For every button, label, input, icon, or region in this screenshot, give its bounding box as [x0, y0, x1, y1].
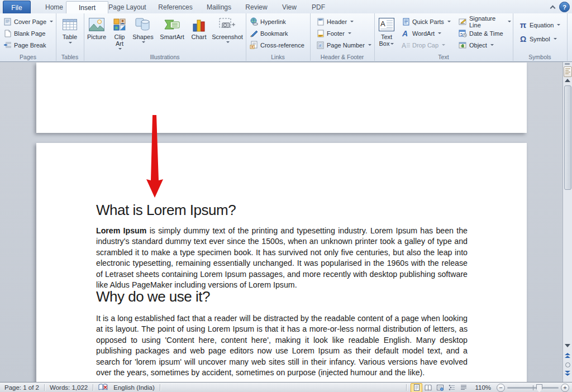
blank-page-icon [3, 29, 12, 37]
dropdown-caret-icon [368, 44, 371, 46]
symbol-button[interactable]: Ω Symbol [517, 33, 567, 45]
zoom-in-button[interactable]: + [561, 384, 569, 392]
chart-icon [192, 16, 206, 34]
drop-cap-icon: A [402, 41, 410, 49]
zoom-slider[interactable] [507, 387, 559, 389]
section-heading-2: Why do we use it? [96, 288, 210, 305]
ribbon-insert: Cover Page Blank Page Page Break Pages [0, 13, 572, 62]
group-links: Hyperlink Bookmark Cross-reference Links [246, 13, 311, 61]
zoom-level[interactable]: 110% [474, 384, 492, 391]
header-icon [316, 17, 325, 26]
document-page-2[interactable]: What is Lorem Ipsum? Lorem Ipsum is simp… [36, 143, 527, 382]
document-canvas[interactable]: Paste in the new blank page What is Lore… [0, 62, 563, 382]
document-page-1[interactable]: Paste in the new blank page [36, 63, 527, 133]
group-illustrations: Picture Clip Art Shapes [84, 13, 246, 61]
draft-view-button[interactable] [457, 383, 469, 392]
quick-parts-button[interactable]: Quick Parts [400, 16, 452, 27]
status-separator [93, 384, 93, 391]
bookmark-icon [250, 29, 258, 37]
dropdown-caret-icon [438, 32, 441, 34]
ribbon-tab-bar: File Home Insert Page Layout References … [0, 0, 572, 13]
page-break-button[interactable]: Page Break [2, 39, 56, 51]
svg-text:A: A [380, 20, 385, 28]
drop-cap-button[interactable]: A Drop Cap [400, 39, 452, 51]
paragraph-1-lead: Lorem Ipsum [96, 226, 146, 235]
page-indicator[interactable]: Page: 1 of 2 [3, 384, 40, 391]
page-number-button[interactable]: # Page Number [314, 39, 374, 51]
table-icon [63, 16, 77, 34]
cross-reference-button[interactable]: Cross-reference [248, 39, 310, 51]
dropdown-caret-icon [50, 21, 53, 22]
dropdown-caret-icon [118, 48, 122, 50]
previous-page-button[interactable] [565, 353, 570, 358]
tab-file[interactable]: File [3, 1, 31, 14]
header-button[interactable]: Header [314, 16, 374, 27]
spellcheck-icon[interactable] [97, 384, 109, 392]
svg-text:A: A [402, 30, 408, 37]
zoom-slider-thumb[interactable] [536, 384, 542, 392]
language-indicator[interactable]: English (India) [112, 384, 156, 391]
paragraph-2: It is a long established fact that a rea… [96, 313, 468, 378]
ruler-toggle-button[interactable] [564, 66, 572, 77]
collapse-ribbon-icon[interactable] [550, 5, 555, 9]
signature-line-button[interactable]: Signature Line [457, 16, 513, 27]
help-button[interactable]: ? [559, 2, 570, 12]
cover-page-icon [3, 17, 12, 26]
hyperlink-button[interactable]: Hyperlink [248, 16, 310, 27]
group-symbols: π Equation Ω Symbol Symbols [513, 13, 568, 61]
zoom-out-button[interactable]: − [497, 384, 505, 392]
status-separator [44, 384, 45, 391]
word-count[interactable]: Words: 1,022 [49, 384, 89, 391]
symbol-omega-icon: Ω [519, 35, 527, 43]
status-bar: Page: 1 of 2 Words: 1,022 English (India… [0, 382, 572, 392]
clip-art-icon [113, 16, 126, 34]
bookmark-button[interactable]: Bookmark [248, 27, 310, 39]
scroll-down-icon[interactable] [565, 344, 570, 347]
cover-page-button[interactable]: Cover Page [2, 16, 56, 27]
hyperlink-icon [250, 17, 258, 26]
dropdown-caret-icon [554, 38, 557, 40]
dropdown-caret-icon [447, 21, 451, 22]
scroll-up-icon[interactable] [565, 79, 570, 82]
footer-button[interactable]: Footer [314, 27, 374, 39]
blank-page-button[interactable]: Blank Page [2, 27, 56, 39]
object-icon [459, 41, 467, 49]
text-box-icon: A [379, 16, 394, 34]
object-button[interactable]: Object [457, 39, 513, 51]
page-number-icon: # [316, 41, 325, 49]
status-separator [406, 384, 407, 391]
group-tables: Table Tables [56, 13, 84, 61]
dropdown-caret-icon [226, 41, 230, 43]
vertical-scrollbar [563, 62, 572, 382]
select-browse-object-button[interactable] [565, 362, 570, 367]
full-screen-reading-view-button[interactable] [422, 383, 434, 392]
next-page-button[interactable] [565, 371, 570, 376]
dropdown-caret-icon [69, 42, 72, 44]
group-header-footer: Header Footer # Page Number Header & Foo… [310, 13, 375, 61]
dropdown-caret-icon [390, 43, 394, 45]
paragraph-1: Lorem Ipsum is simply dummy text of the … [96, 226, 468, 290]
table-button[interactable]: Table [56, 13, 84, 44]
web-layout-view-button[interactable] [434, 383, 446, 392]
wordart-icon: A [402, 29, 410, 37]
zoom-slider-center-tick [533, 385, 533, 390]
status-separator [160, 384, 160, 391]
smartart-icon [164, 16, 180, 34]
dropdown-caret-icon [348, 32, 351, 34]
scrollbar-thumb[interactable] [564, 85, 571, 190]
quick-parts-icon [402, 17, 410, 26]
equation-button[interactable]: π Equation [517, 19, 567, 31]
print-layout-view-button[interactable] [411, 383, 422, 392]
text-box-button[interactable]: A Text Box [375, 13, 398, 47]
svg-text:5: 5 [460, 32, 463, 37]
split-handle[interactable] [565, 63, 570, 65]
date-time-button[interactable]: 5 Date & Time [457, 27, 513, 39]
wordart-button[interactable]: A WordArt [400, 27, 452, 39]
group-pages: Cover Page Blank Page Page Break Pages [0, 13, 56, 61]
svg-text:A: A [402, 42, 406, 49]
outline-view-button[interactable] [446, 383, 457, 392]
date-time-icon: 5 [459, 29, 467, 37]
dropdown-caret-icon [490, 44, 494, 46]
tab-pdf[interactable]: PDF [301, 1, 336, 13]
page-break-icon [3, 41, 12, 49]
